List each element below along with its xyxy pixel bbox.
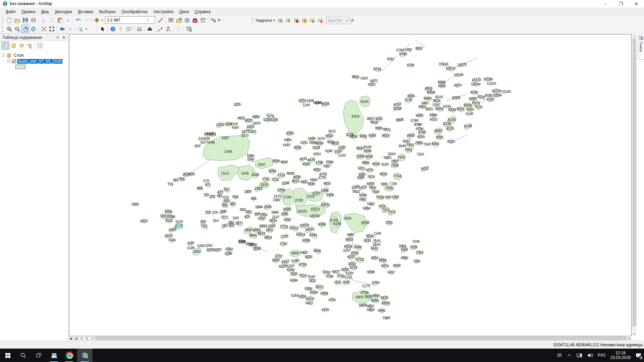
scale-combobox[interactable]: ∨ (105, 16, 155, 24)
toolbox-button[interactable] (191, 16, 199, 24)
map-viewport[interactable]: 1048920415131545204721992208231510020562… (68, 34, 632, 341)
restore-button[interactable]: ❐ (613, 0, 629, 7)
search-dock-tab[interactable]: Поиск (638, 35, 644, 60)
horizontal-scroll-thumb[interactable] (95, 337, 627, 340)
scroll-right-icon[interactable]: ▶ (627, 337, 632, 340)
layout-view-button[interactable]: ▤ (74, 336, 79, 341)
scale-input[interactable] (105, 18, 145, 22)
file-explorer-button[interactable] (46, 349, 62, 362)
collapse-icon[interactable]: − (2, 54, 5, 57)
select-features-button[interactable] (76, 25, 85, 33)
menu-окна[interactable]: Окна (176, 8, 192, 15)
start-button[interactable] (0, 349, 15, 362)
toc-source-button[interactable] (9, 42, 17, 50)
arcglobe-button[interactable] (183, 16, 191, 24)
toolbar-grip[interactable] (2, 17, 4, 23)
taskbar-clock[interactable]: 12:1823.03.2019 (608, 349, 633, 362)
full-extent-button[interactable] (29, 25, 37, 33)
zoom-in-button[interactable] (5, 25, 13, 33)
layer-name[interactable]: kushi_corr_07_03_2019 (17, 59, 62, 64)
chevron-down-icon[interactable]: ▼ (272, 19, 276, 22)
label-priority-button[interactable] (284, 16, 292, 24)
menu-правка[interactable]: Правка (19, 8, 39, 15)
undo-button[interactable] (74, 16, 82, 24)
toolbar-grip[interactable] (252, 17, 254, 23)
layers-group-label[interactable]: Слои (13, 53, 24, 58)
pan-button[interactable] (21, 25, 29, 33)
html-popup-button[interactable] (125, 25, 133, 33)
menu-выборка[interactable]: Выборка (96, 8, 119, 15)
data-view-button[interactable]: ▣ (68, 336, 74, 341)
back-button[interactable] (58, 25, 66, 33)
viewer-window-button[interactable] (185, 25, 193, 33)
select-elements-button[interactable] (98, 25, 106, 33)
fixed-zoom-out-button[interactable] (48, 25, 56, 33)
layer-symbol-swatch[interactable] (15, 65, 25, 69)
lock-labels-button[interactable] (300, 16, 308, 24)
identify-button[interactable]: i (109, 25, 117, 33)
go-to-xy-button[interactable]: XY (164, 25, 172, 33)
toc-options-button[interactable] (36, 42, 44, 50)
fixed-zoom-in-button[interactable] (40, 25, 48, 33)
scroll-up-icon[interactable]: ▲ (632, 34, 636, 38)
print-button[interactable] (29, 16, 37, 24)
menu-справка[interactable]: Справка (192, 8, 214, 15)
find-route-button[interactable] (156, 25, 164, 33)
toolbar-overflow-icon[interactable]: ▬▾ (217, 16, 221, 24)
arcmap-taskbar-button[interactable] (77, 349, 93, 362)
refresh-view-button[interactable]: ⟳ (79, 336, 85, 341)
close-button[interactable]: ✕ (629, 0, 644, 7)
volume-icon[interactable] (585, 349, 595, 362)
network-icon[interactable] (574, 349, 585, 362)
stop-labels-button[interactable] (316, 16, 324, 24)
scroll-left-icon[interactable]: ◀ (90, 337, 95, 340)
python-button[interactable] (199, 16, 207, 24)
pause-drawing-button[interactable]: ∥ (85, 336, 90, 341)
language-indicator[interactable]: РУС (595, 349, 608, 362)
model-button[interactable] (209, 16, 217, 24)
toolbar-overflow-icon[interactable]: ▬▾ (351, 17, 355, 24)
chevron-down-icon[interactable]: ∨ (145, 17, 151, 23)
task-view-button[interactable] (31, 349, 46, 362)
close-icon[interactable]: ✕ (61, 35, 67, 41)
chrome-button[interactable] (62, 349, 77, 362)
vertical-scroll-thumb[interactable] (633, 38, 636, 326)
people-icon[interactable] (554, 349, 565, 362)
editor-button[interactable] (156, 16, 164, 24)
toolbar-grip[interactable] (2, 26, 4, 32)
map-horizontal-scrollbar[interactable]: ▣ ▤ ⟳ ∥ ◀ ▶ (68, 336, 632, 341)
save-button[interactable] (21, 16, 29, 24)
action-center-button[interactable]: 3 (633, 349, 644, 362)
menu-вид[interactable]: Вид (38, 8, 52, 15)
measure-button[interactable] (135, 25, 143, 33)
toc-draworder-button[interactable] (1, 42, 9, 50)
label-weight-button[interactable] (292, 16, 300, 24)
catalog-button[interactable] (175, 16, 183, 24)
labels-menu-button[interactable]: Надписи (256, 18, 272, 23)
map-canvas[interactable]: 1048920415131545204721992208231510020562… (68, 34, 632, 341)
menu-файл[interactable]: Файл (3, 8, 19, 15)
find-button[interactable] (146, 25, 154, 33)
map-feature[interactable] (293, 188, 307, 207)
zoom-out-button[interactable] (13, 25, 21, 33)
toc-selection-button[interactable] (25, 42, 34, 50)
map-vertical-scrollbar[interactable]: ▲ ▼ (632, 34, 636, 336)
pin-icon[interactable] (55, 35, 61, 41)
menu-вставка[interactable]: Вставка (75, 8, 96, 15)
layer-checkbox[interactable] (12, 59, 16, 63)
table-button[interactable] (167, 16, 175, 24)
pause-labels-button[interactable] (308, 16, 316, 24)
add-data-button[interactable] (93, 16, 101, 24)
menu-настройка[interactable]: Настройка (151, 8, 176, 15)
chevron-down-icon[interactable]: ▾ (85, 27, 88, 31)
menu-закладка[interactable]: Закладка (52, 8, 75, 15)
minimize-button[interactable]: – (598, 0, 613, 7)
open-button[interactable] (13, 16, 21, 24)
scroll-down-icon[interactable]: ▼ (632, 332, 636, 336)
label-manager-button[interactable] (276, 16, 284, 24)
show-hidden-icons-button[interactable] (565, 349, 574, 362)
collapse-icon[interactable]: − (7, 60, 10, 63)
paste-button[interactable] (56, 16, 64, 24)
new-button[interactable] (5, 16, 13, 24)
taskbar-search-button[interactable] (15, 349, 31, 362)
